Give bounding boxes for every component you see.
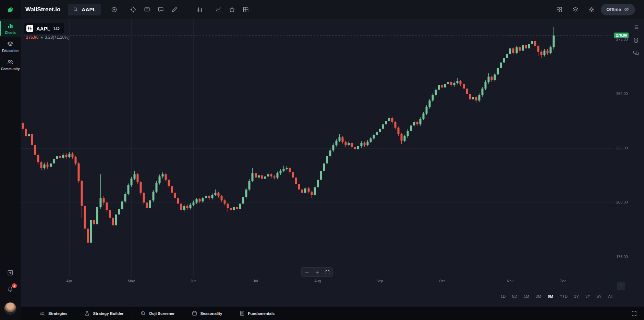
x-axis-label: Oct xyxy=(437,279,447,283)
graduation-cap-icon xyxy=(7,40,14,47)
sidebar-bottom-tools: 2 xyxy=(4,269,16,320)
expand-panel-icon[interactable] xyxy=(631,310,637,317)
range-ytd[interactable]: YTD xyxy=(560,294,568,298)
y-axis-label: 250.00 xyxy=(616,91,628,96)
layout-grid-icon[interactable] xyxy=(552,3,566,16)
toolbar-right-group: Offline xyxy=(552,3,644,16)
x-axis-label: Apr xyxy=(64,279,74,283)
range-6m[interactable]: 6M xyxy=(548,294,553,298)
tab-label: Doji Screener xyxy=(149,311,174,316)
range-selector: 1D5D1M3M6MYTD1Y3Y5YAll xyxy=(501,294,612,298)
tab-strategy-builder[interactable]: Strategy Builder xyxy=(76,307,132,320)
sidebar-item-charts[interactable]: Charts xyxy=(0,19,21,37)
sidebar-item-label: Education xyxy=(2,49,19,53)
brand-title: WallStreet.io xyxy=(25,6,60,13)
left-sidebar: Charts Education Community 2 xyxy=(0,0,21,320)
chat-icon[interactable] xyxy=(633,50,639,56)
people-icon xyxy=(7,59,14,65)
candlestick-chart-canvas[interactable] xyxy=(21,19,644,306)
x-axis-label: May xyxy=(126,279,136,283)
user-avatar[interactable] xyxy=(4,302,16,315)
flask-icon xyxy=(84,310,90,316)
app-logo[interactable] xyxy=(0,0,21,19)
x-axis-label: Jun xyxy=(189,279,198,283)
settings-gear-icon[interactable] xyxy=(585,3,598,16)
study-chart-icon[interactable] xyxy=(211,3,225,16)
bottom-tabs: StrategiesStrategy BuilderDoji ScreenerS… xyxy=(31,307,283,320)
y-axis-label: 225.00 xyxy=(616,146,628,150)
export-icon[interactable] xyxy=(7,269,14,276)
more-options-icon[interactable] xyxy=(617,282,625,290)
zoom-out-icon[interactable] xyxy=(302,268,312,276)
sidebar-item-label: Community xyxy=(1,67,20,71)
tab-label: Fundamentals xyxy=(248,311,275,316)
y-axis-label: 275.00 xyxy=(616,37,628,41)
price-change: 3.28(+1.20%) xyxy=(45,35,70,40)
offline-label: Offline xyxy=(606,7,621,12)
range-1y[interactable]: 1Y xyxy=(574,294,579,298)
y-axis-label: 175.00 xyxy=(616,255,628,259)
plus-circle-icon[interactable] xyxy=(107,3,121,16)
tab-doji-screener[interactable]: Doji Screener xyxy=(132,307,183,320)
fullscreen-icon[interactable] xyxy=(322,268,332,276)
search-icon xyxy=(73,7,78,12)
tab-label: Strategy Builder xyxy=(93,311,124,316)
range-1d[interactable]: 1D xyxy=(501,294,506,298)
legend-symbol: AAPL xyxy=(36,26,50,32)
eye-off-icon xyxy=(624,7,630,12)
x-axis-label: Sep xyxy=(375,279,385,283)
draw-pencil-icon[interactable] xyxy=(168,3,181,16)
notification-badge: 2 xyxy=(12,283,17,288)
tab-seasonality[interactable]: Seasonality xyxy=(183,307,231,320)
bar-chart-icon xyxy=(7,22,14,29)
sidebar-item-community[interactable]: Community xyxy=(0,56,21,74)
last-price-badge: 276.96 xyxy=(614,33,629,38)
zoom-controls xyxy=(301,267,333,277)
up-arrow-icon xyxy=(40,36,43,38)
alerts-alarm-icon[interactable] xyxy=(633,37,639,44)
x-axis-label: Dec xyxy=(558,279,568,283)
report-icon xyxy=(239,310,245,316)
layers-icon[interactable] xyxy=(569,3,582,16)
symbol-search-input[interactable]: AAPL xyxy=(68,4,101,15)
range-3y[interactable]: 3Y xyxy=(585,294,590,298)
price-readout: 276.96 3.28(+1.20%) xyxy=(26,35,70,40)
x-axis-label: Nov xyxy=(505,279,515,283)
chart-legend[interactable]: AAPL 1D xyxy=(24,23,64,34)
star-icon[interactable] xyxy=(225,3,239,16)
filter-search-icon xyxy=(39,310,45,316)
sidebar-item-label: Charts xyxy=(5,31,16,35)
y-axis-label: 200.00 xyxy=(616,200,628,204)
bottom-tab-bar: StrategiesStrategy BuilderDoji ScreenerS… xyxy=(21,306,644,320)
tab-fundamentals[interactable]: Fundamentals xyxy=(231,307,283,320)
zoom-in-icon[interactable] xyxy=(312,268,322,276)
crosshair-icon[interactable] xyxy=(126,3,140,16)
calendar-icon xyxy=(192,310,197,316)
search-value: AAPL xyxy=(82,7,96,12)
offline-toggle[interactable]: Offline xyxy=(601,4,635,15)
x-axis-label: Jul xyxy=(251,279,260,283)
chart-panel: AAPL 1D 276.96 3.28(+1.20%) 276.96 1D5D1… xyxy=(21,19,644,306)
range-3m[interactable]: 3M xyxy=(536,294,541,298)
x-axis-label: Aug xyxy=(313,279,323,283)
current-price: 276.96 xyxy=(26,35,39,40)
top-toolbar: WallStreet.io AAPL xyxy=(21,0,644,19)
tab-label: Strategies xyxy=(48,311,68,316)
tab-strategies[interactable]: Strategies xyxy=(31,307,76,320)
notifications-bell-icon[interactable]: 2 xyxy=(7,286,14,293)
range-5y[interactable]: 5Y xyxy=(597,294,602,298)
candle-screener-icon xyxy=(140,310,146,316)
tab-label: Seasonality xyxy=(201,311,222,316)
signals-histogram-icon[interactable] xyxy=(192,3,206,16)
divider xyxy=(104,5,104,14)
table-grid-icon[interactable] xyxy=(239,3,253,16)
range-1m[interactable]: 1M xyxy=(524,294,529,298)
legend-interval: 1D xyxy=(53,26,60,31)
annotation-icon[interactable] xyxy=(154,3,168,16)
chart-settings-icon[interactable] xyxy=(140,3,154,16)
range-all[interactable]: All xyxy=(608,294,612,298)
watchlist-menu-icon[interactable] xyxy=(633,24,639,30)
sidebar-item-education[interactable]: Education xyxy=(0,37,21,56)
range-5d[interactable]: 5D xyxy=(512,294,517,298)
parrot-logo-icon xyxy=(6,5,15,14)
